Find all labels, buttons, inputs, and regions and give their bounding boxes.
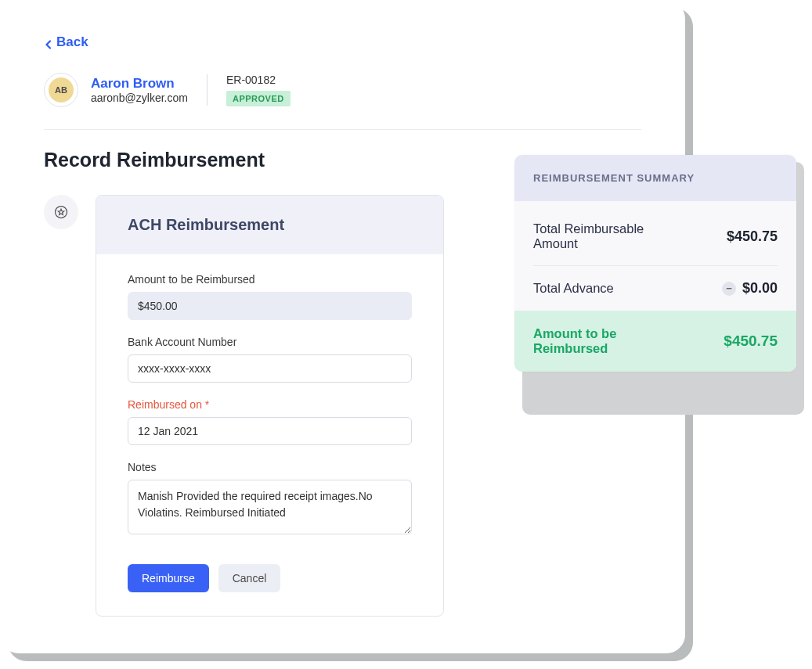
field-notes: Notes: [128, 461, 412, 538]
reimbursement-form-card: ACH Reimbursement Amount to be Reimburse…: [96, 195, 444, 617]
form-card-header: ACH Reimbursement: [96, 196, 443, 254]
summary-label: Total Advance: [533, 281, 614, 296]
summary-header: REIMBURSEMENT SUMMARY: [514, 155, 796, 201]
header-row: AB Aaron Brown aaronb@zylker.com ER-0018…: [44, 73, 641, 107]
summary-final-label: Amount to be Reimbursed: [533, 326, 674, 356]
bank-label: Bank Account Number: [128, 336, 412, 348]
reimburse-button[interactable]: Reimburse: [128, 564, 209, 592]
summary-row-advance: Total Advance − $0.00: [533, 265, 778, 311]
field-bank: Bank Account Number: [128, 336, 412, 383]
minus-icon: −: [722, 282, 736, 296]
divider: [207, 74, 208, 106]
date-input[interactable]: [128, 417, 412, 445]
form-card-title: ACH Reimbursement: [128, 216, 412, 234]
form-body: Amount to be Reimbursed Bank Account Num…: [96, 254, 443, 616]
report-id: ER-00182: [226, 74, 291, 86]
amount-label: Amount to be Reimbursed: [128, 273, 412, 286]
amount-input[interactable]: [128, 292, 412, 320]
summary-card: REIMBURSEMENT SUMMARY Total Reimbursable…: [514, 155, 796, 372]
bank-input[interactable]: [128, 354, 412, 383]
user-info: Aaron Brown aaronb@zylker.com: [91, 76, 188, 104]
avatar-initials: AB: [49, 77, 74, 103]
button-row: Reimburse Cancel: [128, 564, 412, 592]
user-name-link[interactable]: Aaron Brown: [91, 76, 188, 92]
user-email: aaronb@zylker.com: [91, 92, 188, 104]
back-button[interactable]: Back: [44, 34, 88, 50]
notes-textarea[interactable]: [128, 480, 412, 534]
summary-value: − $0.00: [722, 280, 778, 297]
field-amount: Amount to be Reimbursed: [128, 273, 412, 320]
summary-body: Total Reimbursable Amount $450.75 Total …: [514, 201, 796, 311]
summary-value-text: $0.00: [742, 280, 778, 297]
report-info: ER-00182 APPROVED: [226, 74, 291, 106]
horizontal-rule: [44, 129, 641, 130]
summary-row-reimbursable: Total Reimbursable Amount $450.75: [533, 207, 778, 265]
summary-label: Total Reimbursable Amount: [533, 221, 674, 251]
field-date: Reimbursed on *: [128, 398, 412, 445]
summary-footer: Amount to be Reimbursed $450.75: [514, 311, 796, 372]
status-badge: APPROVED: [226, 91, 291, 106]
cancel-button[interactable]: Cancel: [218, 564, 281, 592]
chevron-left-icon: [44, 38, 53, 47]
date-label: Reimbursed on *: [128, 398, 412, 411]
back-label: Back: [56, 34, 88, 50]
summary-final-value: $450.75: [724, 333, 778, 350]
notes-label: Notes: [128, 461, 412, 473]
avatar: AB: [44, 73, 78, 107]
summary-value: $450.75: [727, 228, 778, 245]
reimbursement-type-icon: [44, 195, 78, 229]
